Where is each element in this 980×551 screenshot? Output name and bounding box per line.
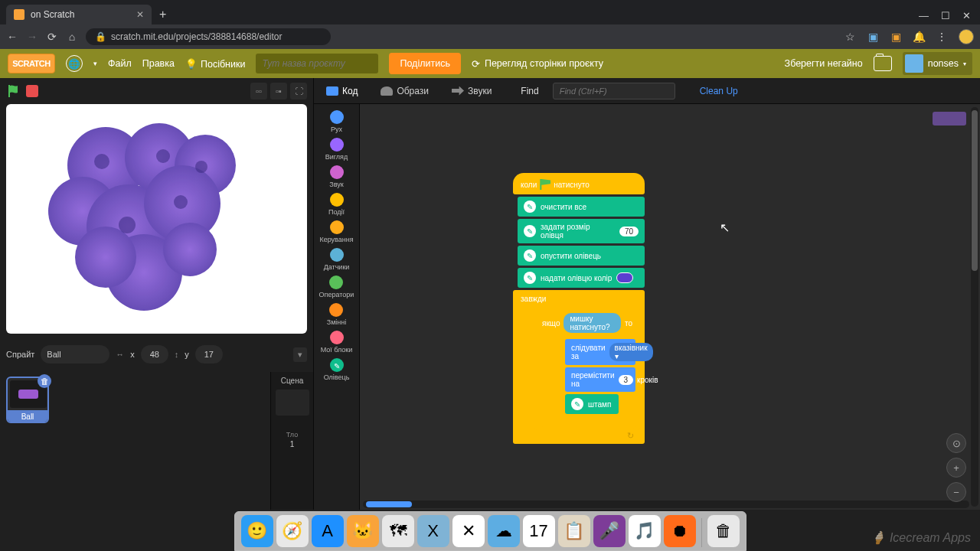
block-palette: РухВиглядЗвукПодіїКеруванняДатчикиОперат… — [314, 104, 360, 510]
dock-appstore[interactable]: A — [312, 515, 344, 547]
dock-app-x2[interactable]: ✕ — [452, 515, 485, 547]
green-flag-icon[interactable] — [6, 83, 21, 99]
move-steps-value[interactable]: 3 — [619, 375, 634, 385]
notifications-icon[interactable]: 🔔 — [913, 31, 925, 43]
zoom-target-icon[interactable]: ⊙ — [946, 433, 966, 453]
see-project-link[interactable]: ⟳ Перегляд сторінки проєкту — [472, 58, 603, 70]
pointer-dropdown[interactable]: вказівник ▾ — [609, 343, 653, 361]
tab-title: on Scratch — [31, 9, 74, 20]
mystuff-icon[interactable] — [874, 56, 892, 71]
stage-fullscreen-icon[interactable]: ⛶ — [290, 83, 307, 99]
tab-close-icon[interactable]: ✕ — [136, 9, 144, 20]
category-dot-icon: ✎ — [330, 358, 344, 372]
extension-icon-1[interactable]: ▣ — [867, 31, 879, 43]
bookmark-star-icon[interactable]: ☆ — [844, 31, 856, 43]
category-Вигляд[interactable]: Вигляд — [325, 136, 348, 162]
category-Рух[interactable]: Рух — [330, 109, 344, 135]
extension-icon-2[interactable]: ▣ — [890, 31, 902, 43]
share-button[interactable]: Поділитись — [389, 53, 460, 74]
delete-sprite-icon[interactable]: 🗑 — [38, 374, 51, 388]
pen-size-value[interactable]: 70 — [619, 227, 639, 236]
tab-sounds[interactable]: Звуки — [447, 83, 496, 99]
stage-large-icon[interactable]: ▫▪ — [270, 83, 287, 99]
category-Події[interactable]: Події — [328, 191, 345, 217]
dock-music[interactable]: 🎵 — [629, 515, 661, 547]
code-canvas[interactable]: коли натиснуто ✎очистити все ✎задати роз… — [360, 104, 980, 510]
scratch-logo[interactable]: SCRATCH — [8, 54, 55, 73]
nav-reload-icon[interactable]: ⟳ — [46, 31, 58, 43]
dock-siri[interactable]: 🎤 — [593, 515, 626, 547]
profile-avatar[interactable] — [959, 29, 974, 44]
language-icon[interactable]: 🌐 — [66, 55, 83, 72]
nav-back-icon[interactable]: ← — [6, 31, 18, 43]
sprite-tile-ball[interactable]: 🗑 Ball — [6, 377, 49, 423]
dock-app-cloud[interactable]: ☁ — [488, 515, 520, 547]
stage-selector[interactable]: Сцена Тло 1 — [270, 372, 313, 510]
zoom-out-icon[interactable]: − — [946, 482, 966, 502]
block-move-steps[interactable]: перемістити на3кроків — [565, 367, 635, 392]
sprite-name-input[interactable] — [41, 345, 109, 364]
category-Звук[interactable]: Звук — [329, 164, 343, 190]
dock-maps[interactable]: 🗺 — [382, 515, 414, 547]
url-bar[interactable]: 🔒 scratch.mit.edu/projects/388814688/edi… — [86, 28, 331, 45]
code-stack[interactable]: коли натиснуто ✎очистити все ✎задати роз… — [513, 173, 645, 444]
category-Мої блоки[interactable]: Мої блоки — [321, 329, 353, 355]
tab-costumes[interactable]: Образи — [376, 83, 433, 99]
category-Керування[interactable]: Керування — [319, 219, 353, 245]
scrollbar-horizontal[interactable] — [363, 500, 969, 508]
user-menu[interactable]: nonses ▾ — [903, 52, 972, 75]
save-now-link[interactable]: Зберегти негайно — [785, 58, 863, 69]
dock-app-x1[interactable]: X — [417, 515, 449, 547]
category-Олівець[interactable]: ✎Олівець — [324, 357, 350, 383]
menu-file[interactable]: Файл — [108, 58, 132, 69]
scrollbar-vertical[interactable] — [971, 107, 978, 507]
new-tab-button[interactable]: + — [152, 5, 174, 24]
category-Змінні[interactable]: Змінні — [327, 302, 347, 328]
sprite-y-input[interactable] — [195, 345, 223, 364]
window-minimize-icon[interactable]: — — [919, 10, 929, 21]
block-pen-down[interactable]: ✎опустити олівець — [518, 246, 645, 266]
block-set-pen-color[interactable]: ✎надати олівцю колір — [518, 268, 645, 288]
sprite-x-input[interactable] — [141, 345, 168, 364]
sounds-icon — [452, 86, 464, 96]
stop-icon[interactable] — [26, 85, 38, 97]
tab-code[interactable]: Код — [322, 83, 362, 99]
cleanup-link[interactable]: Clean Up — [700, 86, 738, 96]
browser-tab[interactable]: on Scratch ✕ — [6, 5, 152, 24]
dock-calendar[interactable]: 17 — [523, 515, 555, 547]
scratch-menubar: SCRATCH 🌐 ▾ Файл Правка Посібники Поділи… — [0, 49, 980, 78]
block-point-towards[interactable]: слідувати завказівник ▾ — [565, 339, 635, 365]
dock-scratch[interactable]: 🐱 — [347, 515, 379, 547]
dock-finder[interactable]: 🙂 — [241, 515, 273, 547]
dock-safari[interactable]: 🧭 — [276, 515, 309, 547]
dock-trash[interactable]: 🗑 — [707, 515, 740, 547]
block-when-flag-clicked[interactable]: коли натиснуто — [513, 173, 645, 194]
nav-forward-icon[interactable]: → — [26, 31, 38, 43]
block-mouse-down[interactable]: мишку натиснуто? — [564, 313, 621, 333]
menu-tutorials[interactable]: Посібники — [185, 58, 245, 70]
menu-icon[interactable]: ⋮ — [936, 31, 948, 43]
window-maximize-icon[interactable]: ☐ — [941, 10, 950, 21]
dock-notes[interactable]: 📋 — [558, 515, 590, 547]
expand-sprite-info-icon[interactable]: ▾ — [293, 347, 307, 362]
block-erase-all[interactable]: ✎очистити все — [518, 197, 645, 217]
find-input[interactable] — [553, 83, 675, 99]
project-title-input[interactable] — [256, 54, 378, 73]
stage-small-icon[interactable]: ▫▫ — [250, 83, 267, 99]
block-forever[interactable]: завжди якщо мишку натиснуто? то слідуват… — [513, 290, 645, 444]
block-set-pen-size[interactable]: ✎задати розмір олівця70 — [518, 219, 645, 243]
category-Датчики[interactable]: Датчики — [324, 246, 350, 272]
menu-edit[interactable]: Правка — [142, 58, 175, 69]
category-Оператори[interactable]: Оператори — [319, 274, 354, 300]
stage-thumbnail[interactable] — [276, 390, 309, 416]
stage-canvas[interactable] — [6, 104, 307, 334]
window-close-icon[interactable]: ✕ — [962, 10, 971, 21]
y-label: y — [185, 350, 189, 359]
zoom-in-icon[interactable]: + — [946, 458, 966, 478]
dock-recorder[interactable]: ⏺ — [664, 515, 696, 547]
pen-color-swatch[interactable] — [616, 272, 633, 283]
block-if[interactable]: якщо мишку натиснуто? то слідувати завка… — [534, 308, 640, 430]
pen-icon: ✎ — [524, 272, 536, 284]
nav-home-icon[interactable]: ⌂ — [66, 31, 78, 43]
block-stamp[interactable]: ✎штамп — [565, 394, 619, 414]
